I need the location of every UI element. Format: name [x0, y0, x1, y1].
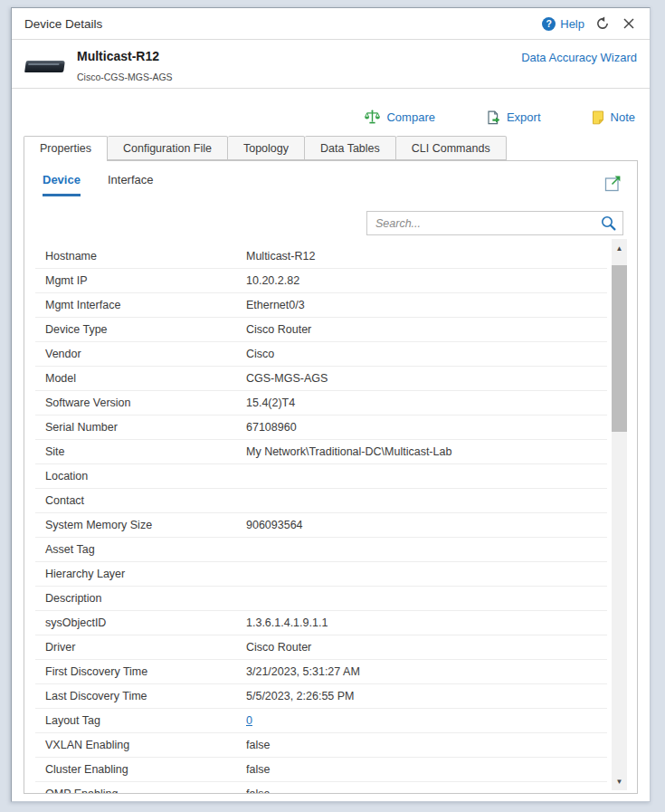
- device-model: Cisco-CGS-MGS-AGS: [77, 72, 173, 82]
- table-row: Last Discovery Time5/5/2023, 2:26:55 PM: [35, 684, 607, 709]
- property-label: Contact: [45, 494, 246, 507]
- dialog-titlebar: Device Details ? Help: [12, 8, 650, 40]
- property-label: Model: [45, 372, 246, 385]
- device-image: [24, 57, 66, 77]
- table-row: VXLAN Enablingfalse: [35, 733, 607, 758]
- property-label: VXLAN Enabling: [45, 739, 246, 751]
- table-row: HostnameMulticast-R12: [35, 244, 607, 269]
- table-row: DriverCisco Router: [35, 635, 607, 660]
- property-label: Location: [45, 470, 246, 482]
- tab-configuration-file[interactable]: Configuration File: [108, 136, 228, 160]
- table-row: Contact: [35, 489, 607, 513]
- table-row: First Discovery Time3/21/2023, 5:31:27 A…: [35, 660, 607, 684]
- table-row: System Memory Size906093564: [35, 513, 607, 538]
- property-value: false: [246, 739, 607, 751]
- property-value: 3/21/2023, 5:31:27 AM: [246, 665, 607, 678]
- properties-tab-content: Device Interface HostnameM: [24, 160, 638, 794]
- properties-table: HostnameMulticast-R12 Mgmt IP10.20.2.82 …: [35, 244, 607, 793]
- property-label: Vendor: [45, 348, 246, 360]
- table-row: Location: [35, 464, 607, 489]
- property-value: 5/5/2023, 2:26:55 PM: [246, 690, 607, 702]
- scrollbar-up-arrow[interactable]: ▲: [612, 239, 627, 257]
- device-details-dialog: Device Details ? Help Mult: [11, 7, 651, 802]
- property-value: 15.4(2)T4: [246, 396, 607, 409]
- property-label: Driver: [45, 641, 246, 654]
- layout-tag-link[interactable]: 0: [246, 714, 607, 727]
- scrollbar-thumb[interactable]: [612, 265, 627, 432]
- device-names: Multicast-R12 Cisco-CGS-MGS-AGS: [77, 49, 173, 82]
- property-value: Cisco Router: [246, 641, 607, 654]
- search-row: [24, 211, 637, 235]
- property-value: 10.20.2.82: [246, 274, 607, 287]
- note-button[interactable]: Note: [592, 110, 635, 125]
- property-value: 67108960: [246, 421, 607, 434]
- table-row: OMP Enablingfalse: [35, 782, 607, 793]
- property-label: Hostname: [45, 250, 246, 263]
- property-label: Device Type: [45, 323, 246, 336]
- refresh-icon[interactable]: [594, 15, 611, 32]
- search-icon[interactable]: [600, 215, 617, 232]
- subtab-row: Device Interface: [24, 161, 637, 196]
- compare-label: Compare: [386, 110, 434, 124]
- property-label: First Discovery Time: [45, 665, 246, 678]
- table-row: SiteMy Network\Traditional-DC\Multicast-…: [35, 440, 607, 464]
- property-label: Serial Number: [45, 421, 246, 434]
- open-in-new-window-icon[interactable]: [603, 174, 622, 193]
- property-value: false: [246, 763, 607, 776]
- property-value: Multicast-R12: [246, 250, 607, 263]
- note-page-icon: [592, 110, 604, 125]
- property-label: Software Version: [45, 396, 246, 409]
- export-button[interactable]: Export: [486, 110, 541, 125]
- property-label: Description: [45, 592, 246, 605]
- subtab-interface[interactable]: Interface: [108, 173, 154, 196]
- tab-data-tables[interactable]: Data Tables: [305, 136, 396, 160]
- tab-topology[interactable]: Topology: [228, 136, 305, 160]
- property-value: Cisco: [246, 348, 607, 360]
- scrollbar-down-arrow[interactable]: ▼: [612, 772, 627, 790]
- table-row: Mgmt InterfaceEthernet0/3: [35, 293, 607, 318]
- property-label: Mgmt IP: [45, 274, 246, 287]
- vertical-scrollbar[interactable]: ▲ ▼: [612, 239, 627, 790]
- table-row: Device TypeCisco Router: [35, 318, 607, 342]
- table-row: Cluster Enablingfalse: [35, 758, 607, 782]
- property-value: Ethernet0/3: [246, 299, 607, 311]
- property-label: Cluster Enabling: [45, 763, 246, 776]
- property-value: false: [246, 788, 607, 793]
- table-row: Serial Number67108960: [35, 416, 607, 440]
- note-label: Note: [611, 110, 635, 124]
- compare-scales-icon: [365, 110, 380, 125]
- help-button[interactable]: ? Help: [542, 17, 584, 31]
- search-box: [366, 211, 623, 235]
- property-label: OMP Enabling: [45, 788, 246, 793]
- tab-strip: Properties Configuration File Topology D…: [24, 136, 638, 160]
- tab-properties[interactable]: Properties: [24, 136, 108, 161]
- property-value: 906093564: [246, 519, 607, 531]
- property-label: Site: [45, 445, 246, 458]
- property-label: Last Discovery Time: [45, 690, 246, 702]
- property-label: Layout Tag: [45, 714, 246, 727]
- property-label: System Memory Size: [45, 519, 246, 531]
- subtab-device[interactable]: Device: [43, 173, 81, 196]
- table-row: ModelCGS-MGS-AGS: [35, 367, 607, 391]
- help-label: Help: [560, 17, 584, 31]
- table-row: Layout Tag0: [35, 709, 607, 733]
- tab-cli-commands[interactable]: CLI Commands: [396, 136, 507, 160]
- table-row: Hierarchy Layer: [35, 562, 607, 587]
- data-accuracy-wizard-link[interactable]: Data Accuracy Wizard: [521, 51, 637, 64]
- dialog-title: Device Details: [24, 17, 102, 31]
- export-document-icon: [486, 110, 500, 125]
- action-row: Compare Export Note: [12, 89, 650, 132]
- property-label: sysObjectID: [45, 616, 246, 629]
- search-input[interactable]: [375, 217, 600, 230]
- property-value: CGS-MGS-AGS: [246, 372, 607, 385]
- compare-button[interactable]: Compare: [365, 110, 434, 125]
- close-icon[interactable]: [621, 15, 637, 32]
- table-row: Mgmt IP10.20.2.82: [35, 269, 607, 293]
- property-value: Cisco Router: [246, 323, 607, 336]
- table-row: Description: [35, 587, 607, 611]
- property-label: Mgmt Interface: [45, 299, 246, 311]
- device-header: Multicast-R12 Cisco-CGS-MGS-AGS Data Acc…: [12, 40, 650, 89]
- property-label: Asset Tag: [45, 543, 246, 556]
- table-row: VendorCisco: [35, 342, 607, 367]
- property-value: 1.3.6.1.4.1.9.1.1: [246, 616, 607, 629]
